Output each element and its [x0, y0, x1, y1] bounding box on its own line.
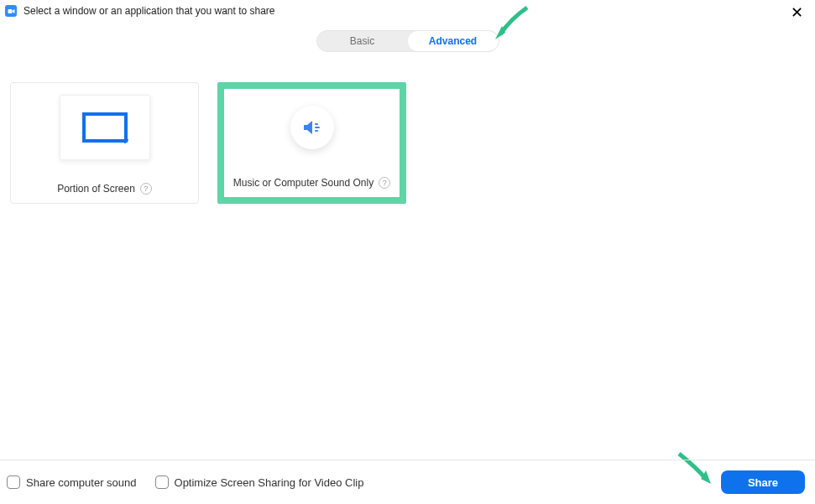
tab-group: Basic Advanced — [316, 30, 499, 52]
zoom-icon — [5, 5, 17, 17]
help-icon[interactable]: ? — [140, 183, 152, 195]
option-music-label: Music or Computer Sound Only — [233, 177, 374, 189]
header-title: Select a window or an application that y… — [24, 5, 275, 17]
checkbox-icon — [155, 475, 169, 489]
speaker-circle — [290, 106, 334, 149]
checkbox-share-sound[interactable]: Share computer sound — [7, 475, 137, 489]
tab-basic-label: Basic — [350, 35, 374, 47]
close-icon[interactable]: ✕ — [791, 5, 803, 20]
crop-rect-icon — [82, 112, 128, 143]
help-icon[interactable]: ? — [379, 177, 390, 189]
speaker-icon — [301, 118, 323, 137]
svg-rect-0 — [8, 9, 12, 13]
option-portion-of-screen[interactable]: Portion of Screen ? — [10, 82, 199, 204]
option-portion-label: Portion of Screen — [57, 183, 135, 195]
checkbox-optimize-label: Optimize Screen Sharing for Video Clip — [175, 476, 364, 489]
checkbox-optimize-video[interactable]: Optimize Screen Sharing for Video Clip — [155, 475, 364, 489]
tab-basic[interactable]: Basic — [317, 31, 408, 51]
checkbox-share-sound-label: Share computer sound — [26, 476, 137, 489]
tab-advanced[interactable]: Advanced — [408, 31, 499, 51]
checkbox-icon — [7, 475, 20, 489]
option-music-sound-only[interactable]: Music or Computer Sound Only ? — [217, 82, 406, 204]
share-button[interactable]: Share — [721, 470, 805, 494]
share-button-label: Share — [748, 476, 778, 489]
portion-thumbnail — [60, 95, 150, 160]
tab-advanced-label: Advanced — [429, 35, 477, 47]
